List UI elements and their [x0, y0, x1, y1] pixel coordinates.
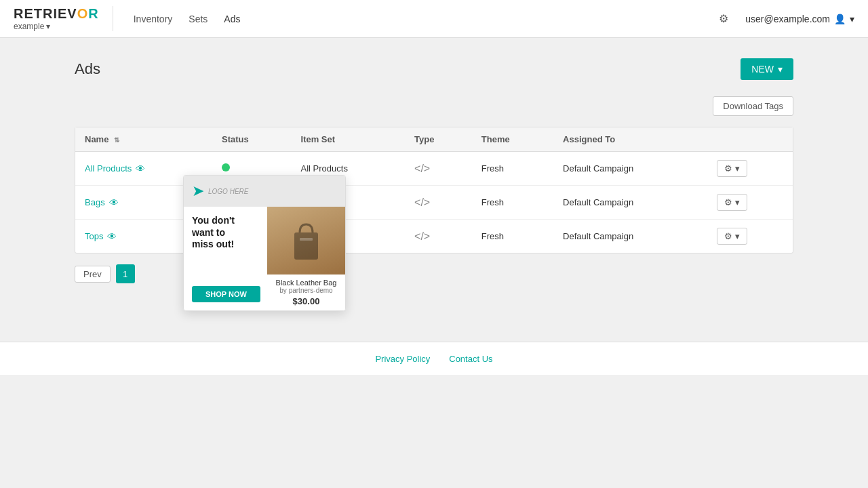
ad-name-text: Tops [85, 231, 103, 241]
gear-small-icon: ⚙ [724, 231, 732, 241]
theme-cell: Fresh [472, 186, 553, 220]
headline-line3: miss out! [192, 239, 234, 249]
headline-line1: You don't [192, 215, 235, 226]
row-action-button[interactable]: ⚙ ▾ [717, 160, 747, 177]
preview-eye-icon[interactable]: 👁 [136, 163, 145, 174]
nav-sets[interactable]: Sets [189, 14, 208, 24]
assigned-to-cell: Default Campaign [553, 152, 707, 186]
type-cell: </> [405, 152, 472, 186]
ads-table-container: Name ⇅ Status Item Set Type Theme Assign… [75, 127, 793, 253]
logo-o: O [77, 6, 89, 21]
prev-page-button[interactable]: Prev [75, 266, 111, 283]
main-content: Ads NEW ▾ Download Tags Name ⇅ Status It… [61, 38, 807, 314]
status-active-dot [222, 163, 230, 171]
col-theme: Theme [472, 127, 553, 152]
main-nav: Inventory Sets Ads [134, 14, 241, 24]
action-caret-icon: ▾ [735, 231, 740, 241]
code-type-icon: </> [414, 163, 430, 174]
toolbar: Download Tags [75, 96, 793, 116]
action-cell: ⚙ ▾ [707, 186, 793, 220]
contact-us-link[interactable]: Contact Us [449, 354, 492, 364]
col-type: Type [405, 127, 472, 152]
logo-area: RETRIEVOR example ▾ [14, 6, 113, 31]
gear-small-icon: ⚙ [724, 163, 732, 174]
action-cell: ⚙ ▾ [707, 220, 793, 253]
product-info: Black Leather Bag by partners-demo $30.0… [267, 274, 345, 310]
headline-line2: want to [192, 227, 225, 238]
theme-cell: Fresh [472, 220, 553, 253]
new-button-caret-icon: ▾ [778, 64, 783, 75]
nav-inventory[interactable]: Inventory [134, 14, 173, 24]
ad-preview-inner: ➤ LOGO HERE You don't want to miss out! … [184, 176, 345, 310]
row-action-button[interactable]: ⚙ ▾ [717, 194, 747, 211]
ad-name-link[interactable]: All Products 👁 [85, 163, 203, 174]
ad-headline: You don't want to miss out! [192, 215, 260, 251]
header: RETRIEVOR example ▾ Inventory Sets Ads ⚙… [0, 0, 868, 38]
action-cell: ⚙ ▾ [707, 152, 793, 186]
assigned-to-cell: Default Campaign [553, 186, 707, 220]
user-menu-button[interactable]: user@example.com 👤 ▾ [745, 14, 854, 24]
new-button-label: NEW [751, 64, 774, 75]
page-header: Ads NEW ▾ [75, 58, 793, 80]
row-action-button[interactable]: ⚙ ▾ [717, 228, 747, 245]
logo: RETRIEVOR [14, 6, 99, 22]
ad-preview-product: Black Leather Bag by partners-demo $30.0… [267, 207, 345, 310]
user-icon: 👤 [834, 14, 846, 24]
col-assigned-to: Assigned To [553, 127, 707, 152]
ad-preview-body: You don't want to miss out! SHOP NOW [184, 207, 345, 310]
org-label[interactable]: example ▾ [14, 22, 99, 31]
type-cell: </> [405, 220, 472, 253]
preview-eye-icon[interactable]: 👁 [107, 231, 117, 242]
header-right: ⚙ user@example.com 👤 ▾ [713, 8, 854, 30]
col-name: Name ⇅ [75, 127, 212, 152]
preview-eye-icon[interactable]: 👁 [109, 197, 119, 208]
bag-image-svg [288, 219, 325, 263]
col-actions [707, 127, 793, 152]
download-tags-button[interactable]: Download Tags [713, 96, 793, 116]
action-caret-icon: ▾ [735, 163, 740, 174]
code-type-icon: </> [414, 230, 430, 242]
ad-preview-card: ➤ LOGO HERE You don't want to miss out! … [183, 175, 346, 311]
theme-cell: Fresh [472, 152, 553, 186]
product-price: $30.00 [273, 296, 340, 306]
gear-icon: ⚙ [719, 12, 728, 25]
product-name: Black Leather Bag [273, 279, 340, 287]
code-type-icon: </> [414, 197, 430, 208]
type-cell: </> [405, 186, 472, 220]
ad-preview-logo-row: ➤ LOGO HERE [184, 176, 345, 207]
svg-rect-1 [300, 238, 313, 241]
ad-name-text: Bags [85, 197, 105, 207]
product-by: by partners-demo [273, 287, 340, 294]
shop-now-button[interactable]: SHOP NOW [192, 286, 260, 302]
logo-r: R [88, 6, 98, 21]
svg-rect-0 [294, 232, 318, 260]
table-header: Name ⇅ Status Item Set Type Theme Assign… [75, 127, 793, 152]
sort-icon: ⇅ [114, 136, 119, 144]
nav-ads[interactable]: Ads [224, 14, 240, 24]
ad-preview-left: You don't want to miss out! SHOP NOW [184, 207, 267, 310]
org-caret-icon: ▾ [46, 22, 50, 31]
new-button[interactable]: NEW ▾ [741, 58, 793, 80]
teal-arrow-icon: ➤ [192, 182, 204, 200]
logo-placeholder-text: LOGO HERE [208, 188, 248, 195]
pagination: Prev 1 [75, 253, 793, 294]
col-item-set: Item Set [292, 127, 406, 152]
current-page-number: 1 [116, 264, 135, 283]
col-status: Status [212, 127, 292, 152]
user-email: user@example.com [745, 14, 830, 24]
assigned-to-cell: Default Campaign [553, 220, 707, 253]
page-title: Ads [75, 60, 100, 78]
settings-button[interactable]: ⚙ [713, 8, 734, 30]
user-caret-icon: ▾ [850, 14, 854, 24]
product-image-area [267, 207, 345, 274]
gear-small-icon: ⚙ [724, 197, 732, 207]
footer: Privacy Policy Contact Us [0, 342, 868, 375]
action-caret-icon: ▾ [735, 197, 740, 207]
ad-name-text: All Products [85, 163, 132, 174]
org-name: example [14, 22, 44, 31]
privacy-policy-link[interactable]: Privacy Policy [375, 354, 430, 364]
